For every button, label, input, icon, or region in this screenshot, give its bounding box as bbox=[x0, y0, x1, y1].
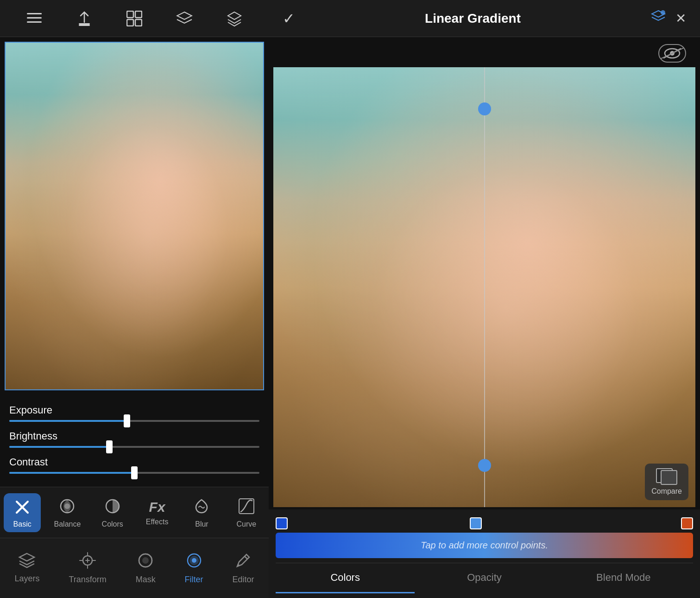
tool-basic-label: Basic bbox=[13, 520, 32, 528]
nav-filter[interactable]: Filter bbox=[178, 547, 210, 589]
gradient-tabs: Colors Opacity Blend Mode bbox=[276, 563, 693, 593]
effects-icon: Fx bbox=[149, 499, 165, 515]
nav-editor-label: Editor bbox=[232, 575, 254, 585]
gradient-bar-area: Tap to add more control points. Colors O… bbox=[269, 509, 700, 598]
exposure-track[interactable] bbox=[9, 420, 259, 422]
visibility-button[interactable] bbox=[658, 44, 686, 63]
tool-balance-label: Balance bbox=[54, 520, 81, 528]
svg-rect-7 bbox=[135, 11, 142, 18]
layers-alt-icon[interactable] bbox=[223, 7, 246, 30]
bottom-tools: Basic Balance Colors bbox=[0, 487, 269, 538]
nav-transform-icon bbox=[79, 552, 96, 571]
left-toolbar bbox=[0, 0, 269, 37]
svg-rect-2 bbox=[27, 21, 42, 23]
svg-rect-8 bbox=[127, 19, 133, 26]
svg-rect-4 bbox=[79, 23, 90, 25]
nav-layers-label: Layers bbox=[14, 574, 39, 584]
tool-curve-label: Curve bbox=[236, 520, 256, 528]
nav-mask-icon bbox=[137, 552, 154, 571]
brightness-slider-row: Brightness bbox=[9, 430, 259, 448]
svg-rect-1 bbox=[27, 17, 42, 19]
layers-icon[interactable] bbox=[173, 7, 196, 30]
right-header: ✓ Linear Gradient ✕ bbox=[269, 0, 700, 37]
svg-point-25 bbox=[670, 51, 675, 56]
contrast-slider-row: Contrast bbox=[9, 456, 259, 474]
contrast-thumb[interactable] bbox=[131, 466, 138, 479]
layers-header-icon[interactable] bbox=[650, 10, 666, 27]
main-canvas[interactable]: Compare bbox=[273, 67, 695, 507]
gradient-handle-bottom[interactable] bbox=[478, 459, 491, 472]
nav-mask-label: Mask bbox=[136, 575, 156, 585]
compare-label: Compare bbox=[651, 487, 682, 496]
tool-balance[interactable]: Balance bbox=[49, 493, 87, 532]
grid-icon[interactable] bbox=[123, 7, 146, 30]
right-panel: ✓ Linear Gradient ✕ bbox=[269, 0, 700, 598]
svg-rect-5 bbox=[79, 25, 90, 26]
header-right-icons: ✕ bbox=[650, 10, 686, 27]
close-button[interactable]: ✕ bbox=[675, 11, 686, 26]
gradient-bar-inner: Tap to add more control points. bbox=[276, 533, 693, 558]
contrast-fill bbox=[9, 472, 134, 474]
tool-colors-label: Colors bbox=[102, 520, 123, 528]
brightness-fill bbox=[9, 446, 109, 448]
tool-curve[interactable]: Curve bbox=[228, 493, 265, 532]
tab-colors[interactable]: Colors bbox=[276, 563, 415, 593]
svg-point-22 bbox=[192, 558, 196, 563]
bottom-nav: Layers Transform Mask bbox=[0, 538, 269, 598]
sliders-area: Exposure Brightness Contrast bbox=[0, 395, 269, 487]
nav-mask[interactable]: Mask bbox=[129, 547, 163, 589]
brightness-thumb[interactable] bbox=[106, 440, 113, 453]
svg-rect-3 bbox=[29, 13, 42, 14]
list-icon[interactable] bbox=[23, 7, 46, 30]
gradient-line bbox=[484, 67, 485, 507]
panel-title: Linear Gradient bbox=[425, 11, 521, 26]
exposure-fill bbox=[9, 420, 127, 422]
nav-editor[interactable]: Editor bbox=[225, 547, 261, 589]
tool-basic[interactable]: Basic bbox=[4, 493, 41, 532]
compare-icon bbox=[656, 468, 677, 485]
exposure-slider-row: Exposure bbox=[9, 404, 259, 422]
confirm-button[interactable]: ✓ bbox=[283, 10, 295, 27]
svg-rect-6 bbox=[127, 11, 133, 18]
nav-filter-icon bbox=[185, 552, 203, 571]
gradient-stop-lightblue[interactable] bbox=[470, 517, 482, 529]
colors-icon bbox=[103, 497, 122, 517]
nav-editor-icon bbox=[234, 552, 252, 571]
balance-icon bbox=[58, 497, 76, 517]
brightness-track[interactable] bbox=[9, 446, 259, 448]
compare-button[interactable]: Compare bbox=[645, 464, 688, 500]
tool-blur[interactable]: Blur bbox=[183, 493, 220, 532]
nav-layers[interactable]: Layers bbox=[7, 548, 46, 588]
tool-effects[interactable]: Fx Effects bbox=[139, 496, 176, 530]
tool-effects-label: Effects bbox=[146, 518, 169, 526]
nav-transform[interactable]: Transform bbox=[62, 547, 113, 589]
contrast-track[interactable] bbox=[9, 472, 259, 474]
nav-filter-label: Filter bbox=[185, 575, 203, 585]
nav-layers-icon bbox=[18, 553, 36, 570]
gradient-stop-orange[interactable] bbox=[681, 517, 693, 529]
tab-opacity[interactable]: Opacity bbox=[415, 563, 554, 593]
gradient-stops-row bbox=[276, 516, 693, 530]
left-panel: Exposure Brightness Contrast bbox=[0, 0, 269, 598]
nav-transform-label: Transform bbox=[69, 575, 106, 585]
gradient-handle-top[interactable] bbox=[478, 102, 491, 115]
gradient-stop-blue[interactable] bbox=[276, 517, 288, 529]
eye-icon-area bbox=[269, 37, 700, 65]
svg-point-18 bbox=[142, 557, 149, 564]
exposure-thumb[interactable] bbox=[124, 414, 130, 427]
tab-blend-mode[interactable]: Blend Mode bbox=[554, 563, 693, 593]
svg-rect-9 bbox=[135, 19, 142, 26]
gradient-hint: Tap to add more control points. bbox=[421, 540, 548, 551]
tool-blur-label: Blur bbox=[195, 520, 208, 528]
tool-colors[interactable]: Colors bbox=[94, 493, 131, 532]
blur-icon bbox=[192, 497, 211, 517]
basic-icon bbox=[12, 497, 32, 517]
brightness-label: Brightness bbox=[9, 430, 259, 442]
gradient-bar[interactable]: Tap to add more control points. bbox=[276, 533, 693, 558]
upload-icon[interactable] bbox=[73, 7, 96, 30]
left-photo bbox=[6, 43, 263, 389]
svg-point-23 bbox=[661, 10, 665, 15]
left-canvas bbox=[5, 42, 264, 390]
curve-icon bbox=[237, 497, 256, 517]
exposure-label: Exposure bbox=[9, 404, 259, 416]
